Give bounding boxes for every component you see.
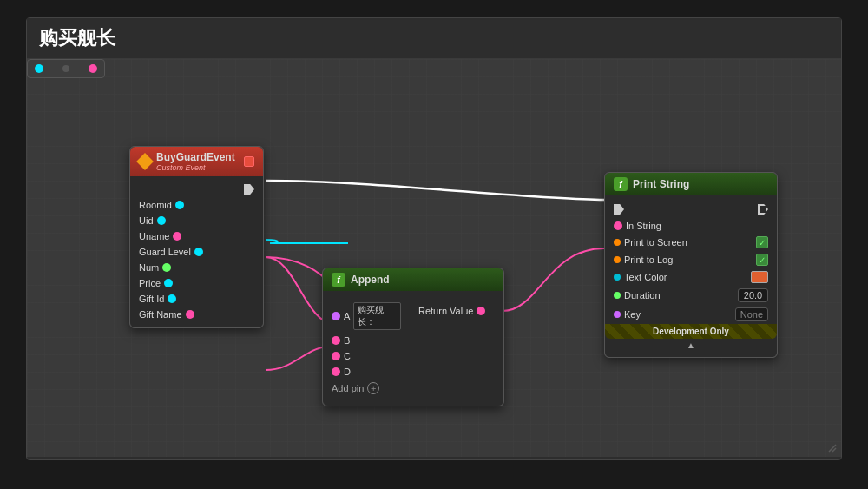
print-to-log-checkbox[interactable]: ✓ — [756, 254, 768, 266]
roomid-label: Roomid — [139, 200, 172, 210]
print-to-screen-pin[interactable] — [614, 239, 621, 246]
duration-label: Duration — [624, 290, 738, 301]
uname-row: Uname — [130, 228, 263, 244]
num-pin[interactable] — [162, 263, 171, 272]
function-icon: f — [332, 273, 345, 287]
collapse-arrow[interactable]: ▲ — [605, 339, 777, 352]
guard-level-row: Guard Level — [130, 244, 263, 260]
add-pin-button[interactable]: + — [367, 382, 379, 394]
price-pin[interactable] — [164, 279, 173, 287]
window-title: 购买舰长 — [27, 18, 841, 59]
gift-id-pin[interactable] — [168, 294, 176, 303]
in-string-label: In String — [626, 221, 661, 231]
duration-pin[interactable] — [614, 292, 621, 299]
price-label: Price — [139, 278, 161, 288]
append-a-pin[interactable] — [332, 312, 340, 320]
print-to-screen-label: Print to Screen — [624, 237, 756, 248]
append-b-row: B — [323, 333, 410, 348]
reroute-center — [62, 65, 69, 72]
gift-name-row: Gift Name — [130, 307, 263, 322]
text-color-row: Text Color — [605, 268, 777, 286]
main-window: 购买舰长 BuyGuardEvent Cust — [26, 17, 842, 460]
num-label: Num — [139, 262, 159, 273]
reroute-out-pin[interactable] — [89, 64, 97, 73]
print-string-body: In String Print to Screen ✓ Print to Log… — [605, 195, 777, 357]
guard-level-pin[interactable] — [194, 248, 203, 256]
return-value-pin[interactable] — [477, 307, 485, 315]
in-string-row: In String — [605, 218, 777, 234]
append-c-pin[interactable] — [332, 352, 340, 360]
key-pin[interactable] — [614, 311, 621, 318]
buy-guard-event-node: BuyGuardEvent Custom Event Roomid Uid — [129, 146, 264, 328]
add-pin-row[interactable]: Add pin + — [323, 380, 410, 397]
return-value-row: Return Value — [410, 303, 494, 319]
num-row: Num — [130, 260, 263, 275]
gift-id-row: Gift Id — [130, 291, 263, 307]
append-c-label: C — [344, 351, 351, 361]
text-color-pin[interactable] — [614, 274, 621, 281]
duration-row: Duration 20.0 — [605, 286, 777, 305]
exec-out-pin[interactable] — [244, 184, 254, 195]
buy-guard-event-body: Roomid Uid Uname Guard Level Num — [130, 176, 263, 327]
print-to-log-row: Print to Log ✓ — [605, 251, 777, 268]
return-value-label: Return Value — [418, 306, 473, 316]
append-right-col: Return Value — [410, 296, 503, 400]
roomid-row: Roomid — [130, 197, 263, 213]
append-left-col: A 购买舰长： B C D — [323, 296, 410, 400]
buy-guard-event-header: BuyGuardEvent Custom Event — [130, 147, 263, 176]
roomid-pin[interactable] — [175, 201, 184, 209]
append-d-row: D — [323, 364, 410, 380]
in-string-pin[interactable] — [614, 221, 622, 230]
guard-level-label: Guard Level — [139, 247, 191, 257]
key-label: Key — [624, 309, 735, 320]
gift-id-label: Gift Id — [139, 294, 164, 304]
text-color-label: Text Color — [624, 272, 751, 282]
print-string-title: Print String — [633, 178, 689, 190]
print-to-log-label: Print to Log — [624, 254, 756, 265]
print-string-node: f Print String In String Print — [604, 172, 778, 358]
gift-name-label: Gift Name — [139, 309, 182, 320]
blueprint-canvas[interactable]: BuyGuardEvent Custom Event Roomid Uid — [27, 59, 841, 457]
duration-value[interactable]: 20.0 — [738, 288, 768, 302]
print-exec-in[interactable] — [614, 204, 624, 215]
print-to-screen-checkbox[interactable]: ✓ — [756, 236, 768, 248]
reroute-node — [27, 59, 105, 78]
text-color-swatch[interactable] — [751, 271, 768, 283]
node-subtitle: Custom Event — [156, 163, 235, 172]
resize-handle[interactable] — [827, 443, 838, 453]
print-to-log-pin[interactable] — [614, 256, 621, 263]
append-d-pin[interactable] — [332, 367, 340, 376]
dev-only-bar: Development Only — [605, 324, 777, 339]
close-icon — [244, 156, 254, 167]
reroute-in-pin[interactable] — [35, 64, 43, 73]
exec-row — [130, 182, 263, 197]
append-a-label: A — [344, 311, 350, 321]
price-row: Price — [130, 275, 263, 291]
key-value[interactable]: None — [735, 307, 768, 321]
print-string-header: f Print String — [605, 173, 777, 195]
append-b-label: B — [344, 335, 350, 346]
append-d-label: D — [344, 367, 351, 377]
key-row: Key None — [605, 305, 777, 324]
append-header: f Append — [323, 268, 503, 291]
append-b-pin[interactable] — [332, 336, 340, 345]
add-pin-label: Add pin — [332, 383, 364, 393]
print-to-screen-row: Print to Screen ✓ — [605, 234, 777, 251]
uid-label: Uid — [139, 215, 154, 226]
append-c-row: C — [323, 348, 410, 364]
uname-pin[interactable] — [173, 232, 181, 241]
append-body: A 购买舰长： B C D — [323, 291, 503, 406]
gift-name-pin[interactable] — [186, 310, 194, 319]
node-title: BuyGuardEvent — [156, 151, 235, 163]
print-exec-row — [605, 201, 777, 218]
uid-row: Uid — [130, 213, 263, 228]
uid-pin[interactable] — [157, 216, 166, 225]
print-exec-out[interactable] — [758, 204, 768, 215]
event-icon — [136, 153, 154, 170]
print-function-icon: f — [614, 177, 628, 191]
uname-label: Uname — [139, 231, 169, 241]
append-a-row: A 购买舰长： — [323, 300, 410, 333]
append-a-input[interactable]: 购买舰长： — [353, 302, 401, 330]
append-title: Append — [351, 274, 390, 286]
append-node: f Append A 购买舰长： B C — [322, 268, 504, 406]
